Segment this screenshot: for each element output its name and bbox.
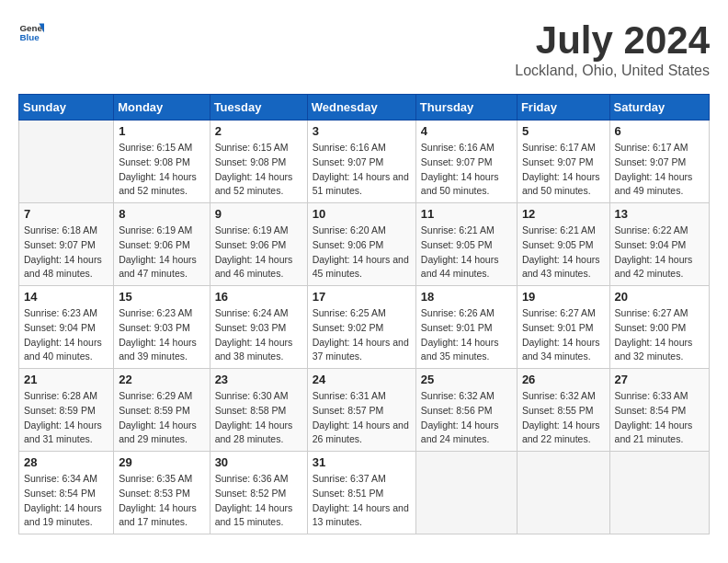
calendar-cell: 17Sunrise: 6:25 AMSunset: 9:02 PMDayligh… xyxy=(307,286,415,369)
column-header-monday: Monday xyxy=(114,95,210,121)
day-number: 8 xyxy=(119,207,204,221)
day-number: 28 xyxy=(24,455,108,469)
week-row-4: 21Sunrise: 6:28 AMSunset: 8:59 PMDayligh… xyxy=(19,369,710,452)
day-number: 13 xyxy=(615,207,704,221)
calendar-cell xyxy=(19,121,114,203)
header: General Blue July 2024 Lockland, Ohio, U… xyxy=(18,18,710,79)
day-info: Sunrise: 6:23 AMSunset: 9:04 PMDaylight:… xyxy=(24,306,108,364)
day-number: 17 xyxy=(313,290,411,304)
day-number: 20 xyxy=(615,290,704,304)
day-info: Sunrise: 6:16 AMSunset: 9:07 PMDaylight:… xyxy=(421,141,512,199)
calendar-cell: 1Sunrise: 6:15 AMSunset: 9:08 PMDaylight… xyxy=(114,121,210,203)
day-info: Sunrise: 6:33 AMSunset: 8:54 PMDaylight:… xyxy=(615,389,704,447)
calendar-cell: 6Sunrise: 6:17 AMSunset: 9:07 PMDaylight… xyxy=(609,121,709,203)
day-number: 15 xyxy=(119,290,204,304)
day-number: 23 xyxy=(215,373,302,386)
day-number: 30 xyxy=(215,455,302,469)
calendar-cell: 7Sunrise: 6:18 AMSunset: 9:07 PMDaylight… xyxy=(19,203,114,286)
day-info: Sunrise: 6:37 AMSunset: 8:51 PMDaylight:… xyxy=(313,472,411,530)
calendar-cell: 8Sunrise: 6:19 AMSunset: 9:06 PMDaylight… xyxy=(114,203,210,286)
day-info: Sunrise: 6:19 AMSunset: 9:06 PMDaylight:… xyxy=(215,224,302,282)
day-number: 7 xyxy=(24,207,108,221)
calendar-cell: 30Sunrise: 6:36 AMSunset: 8:52 PMDayligh… xyxy=(210,452,307,534)
day-info: Sunrise: 6:16 AMSunset: 9:07 PMDaylight:… xyxy=(313,141,411,199)
day-info: Sunrise: 6:28 AMSunset: 8:59 PMDaylight:… xyxy=(24,389,108,447)
svg-text:Blue: Blue xyxy=(19,32,40,42)
day-info: Sunrise: 6:19 AMSunset: 9:06 PMDaylight:… xyxy=(119,224,204,282)
day-info: Sunrise: 6:29 AMSunset: 8:59 PMDaylight:… xyxy=(119,389,204,447)
calendar-cell: 19Sunrise: 6:27 AMSunset: 9:01 PMDayligh… xyxy=(517,286,609,369)
calendar-cell: 20Sunrise: 6:27 AMSunset: 9:00 PMDayligh… xyxy=(609,286,709,369)
calendar-cell: 15Sunrise: 6:23 AMSunset: 9:03 PMDayligh… xyxy=(114,286,210,369)
calendar-cell: 27Sunrise: 6:33 AMSunset: 8:54 PMDayligh… xyxy=(609,369,709,452)
calendar-cell: 11Sunrise: 6:21 AMSunset: 9:05 PMDayligh… xyxy=(415,203,517,286)
day-info: Sunrise: 6:35 AMSunset: 8:53 PMDaylight:… xyxy=(119,472,204,530)
page-title: July 2024 xyxy=(515,18,710,63)
calendar-cell: 10Sunrise: 6:20 AMSunset: 9:06 PMDayligh… xyxy=(307,203,415,286)
day-number: 4 xyxy=(421,124,512,138)
column-header-friday: Friday xyxy=(517,95,609,121)
week-row-5: 28Sunrise: 6:34 AMSunset: 8:54 PMDayligh… xyxy=(19,452,710,534)
column-header-tuesday: Tuesday xyxy=(210,95,307,121)
column-header-sunday: Sunday xyxy=(19,95,114,121)
calendar-cell: 28Sunrise: 6:34 AMSunset: 8:54 PMDayligh… xyxy=(19,452,114,534)
day-number: 25 xyxy=(421,373,512,386)
calendar-table: SundayMondayTuesdayWednesdayThursdayFrid… xyxy=(18,94,710,534)
day-info: Sunrise: 6:15 AMSunset: 9:08 PMDaylight:… xyxy=(119,141,204,199)
calendar-cell: 31Sunrise: 6:37 AMSunset: 8:51 PMDayligh… xyxy=(307,452,415,534)
day-info: Sunrise: 6:21 AMSunset: 9:05 PMDaylight:… xyxy=(421,224,512,282)
day-info: Sunrise: 6:24 AMSunset: 9:03 PMDaylight:… xyxy=(215,306,302,364)
day-info: Sunrise: 6:36 AMSunset: 8:52 PMDaylight:… xyxy=(215,472,302,530)
day-number: 19 xyxy=(522,290,605,304)
calendar-cell: 2Sunrise: 6:15 AMSunset: 9:08 PMDaylight… xyxy=(210,121,307,203)
calendar-cell: 5Sunrise: 6:17 AMSunset: 9:07 PMDaylight… xyxy=(517,121,609,203)
day-number: 18 xyxy=(421,290,512,304)
calendar-cell xyxy=(517,452,609,534)
day-number: 22 xyxy=(119,373,204,386)
title-area: July 2024 Lockland, Ohio, United States xyxy=(515,18,710,79)
calendar-header-row: SundayMondayTuesdayWednesdayThursdayFrid… xyxy=(19,95,710,121)
calendar-cell: 14Sunrise: 6:23 AMSunset: 9:04 PMDayligh… xyxy=(19,286,114,369)
day-info: Sunrise: 6:34 AMSunset: 8:54 PMDaylight:… xyxy=(24,472,108,530)
calendar-cell: 16Sunrise: 6:24 AMSunset: 9:03 PMDayligh… xyxy=(210,286,307,369)
day-info: Sunrise: 6:30 AMSunset: 8:58 PMDaylight:… xyxy=(215,389,302,447)
day-info: Sunrise: 6:23 AMSunset: 9:03 PMDaylight:… xyxy=(119,306,204,364)
day-number: 31 xyxy=(313,455,411,469)
week-row-3: 14Sunrise: 6:23 AMSunset: 9:04 PMDayligh… xyxy=(19,286,710,369)
logo: General Blue xyxy=(18,18,44,44)
calendar-cell: 24Sunrise: 6:31 AMSunset: 8:57 PMDayligh… xyxy=(307,369,415,452)
day-number: 14 xyxy=(24,290,108,304)
calendar-cell xyxy=(609,452,709,534)
column-header-wednesday: Wednesday xyxy=(307,95,415,121)
calendar-cell: 4Sunrise: 6:16 AMSunset: 9:07 PMDaylight… xyxy=(415,121,517,203)
calendar-cell: 22Sunrise: 6:29 AMSunset: 8:59 PMDayligh… xyxy=(114,369,210,452)
day-info: Sunrise: 6:20 AMSunset: 9:06 PMDaylight:… xyxy=(313,224,411,282)
day-number: 21 xyxy=(24,373,108,386)
day-number: 1 xyxy=(119,124,204,138)
day-info: Sunrise: 6:17 AMSunset: 9:07 PMDaylight:… xyxy=(522,141,605,199)
day-info: Sunrise: 6:21 AMSunset: 9:05 PMDaylight:… xyxy=(522,224,605,282)
day-info: Sunrise: 6:32 AMSunset: 8:56 PMDaylight:… xyxy=(421,389,512,447)
day-number: 27 xyxy=(615,373,704,386)
day-number: 3 xyxy=(313,124,411,138)
day-number: 10 xyxy=(313,207,411,221)
week-row-2: 7Sunrise: 6:18 AMSunset: 9:07 PMDaylight… xyxy=(19,203,710,286)
logo-icon: General Blue xyxy=(18,18,44,44)
day-info: Sunrise: 6:22 AMSunset: 9:04 PMDaylight:… xyxy=(615,224,704,282)
day-number: 5 xyxy=(522,124,605,138)
day-number: 29 xyxy=(119,455,204,469)
calendar-cell: 3Sunrise: 6:16 AMSunset: 9:07 PMDaylight… xyxy=(307,121,415,203)
day-number: 9 xyxy=(215,207,302,221)
calendar-cell: 18Sunrise: 6:26 AMSunset: 9:01 PMDayligh… xyxy=(415,286,517,369)
day-info: Sunrise: 6:15 AMSunset: 9:08 PMDaylight:… xyxy=(215,141,302,199)
day-number: 2 xyxy=(215,124,302,138)
day-number: 11 xyxy=(421,207,512,221)
day-number: 16 xyxy=(215,290,302,304)
column-header-thursday: Thursday xyxy=(415,95,517,121)
day-number: 12 xyxy=(522,207,605,221)
calendar-cell: 23Sunrise: 6:30 AMSunset: 8:58 PMDayligh… xyxy=(210,369,307,452)
day-info: Sunrise: 6:25 AMSunset: 9:02 PMDaylight:… xyxy=(313,306,411,364)
day-info: Sunrise: 6:27 AMSunset: 9:00 PMDaylight:… xyxy=(615,306,704,364)
calendar-cell: 21Sunrise: 6:28 AMSunset: 8:59 PMDayligh… xyxy=(19,369,114,452)
day-number: 26 xyxy=(522,373,605,386)
